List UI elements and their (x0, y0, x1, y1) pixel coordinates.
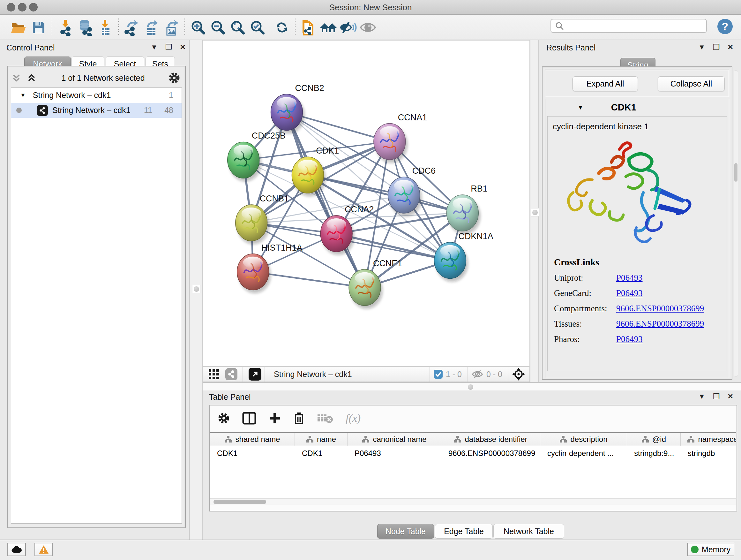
open-session-button[interactable] (9, 18, 29, 37)
gene-collapse-icon[interactable]: ▼ (577, 104, 584, 111)
zoom-in-button[interactable] (188, 18, 208, 37)
panel-menu-icon[interactable]: ▼ (698, 44, 705, 51)
crosslink-link[interactable]: P06493 (616, 334, 643, 344)
tab-network-table[interactable]: Network Table (493, 524, 564, 539)
grid-view-icon[interactable] (207, 368, 220, 381)
network-node-CCNA2[interactable]: CCNA2 (320, 205, 374, 255)
panel-close-icon[interactable]: ✕ (728, 44, 733, 51)
import-network-database-button[interactable] (75, 18, 95, 37)
string-enhance-button[interactable] (338, 18, 358, 37)
gene-section-header[interactable]: ▼ CDK1 (545, 99, 729, 116)
expand-all-button[interactable]: Expand All (572, 76, 638, 91)
column-header-canonical-name[interactable]: canonical name (347, 433, 441, 446)
delete-table-icon[interactable] (317, 413, 333, 424)
import-network-file-button[interactable] (56, 18, 75, 37)
network-node-RB1[interactable]: RB1 (447, 184, 488, 234)
export-image-button[interactable] (161, 18, 181, 37)
crosslink-link[interactable]: 9606.ENSP00000378699 (616, 319, 704, 329)
panel-float-icon[interactable]: ❐ (713, 44, 720, 51)
panel-close-icon[interactable]: ✕ (728, 393, 733, 400)
tab-node-table[interactable]: Node Table (377, 524, 434, 539)
column-header-name[interactable]: name (295, 433, 347, 446)
crosslink-row: Uniprot:P06493 (554, 273, 704, 283)
left-splitter-grip[interactable] (192, 285, 200, 293)
network-row[interactable]: String Network – cdk1 11 48 (11, 103, 182, 118)
network-collection-row[interactable]: ▼ String Network – cdk1 1 (11, 88, 182, 103)
birdseye-navigator-icon[interactable] (512, 367, 526, 381)
refresh-view-button[interactable] (272, 18, 292, 37)
results-scrollbar[interactable] (734, 70, 738, 377)
column-header-database-identifier[interactable]: database identifier (441, 433, 540, 446)
bottom-splitter-grip[interactable] (466, 383, 475, 391)
warning-icon (39, 545, 49, 554)
network-node-HIST1H1A[interactable]: HIST1H1A (237, 243, 302, 294)
panel-menu-icon[interactable]: ▼ (151, 44, 158, 51)
network-node-CCNE1[interactable]: CCNE1 (349, 259, 402, 309)
tree-expand-icon[interactable]: ▼ (20, 92, 26, 99)
expand-all-icon[interactable] (27, 73, 38, 83)
export-network-button[interactable] (122, 18, 142, 37)
memory-button[interactable]: Memory (687, 543, 734, 556)
zoom-selected-button[interactable] (248, 18, 267, 37)
string-protein-query-button[interactable] (299, 18, 319, 37)
zoom-out-button[interactable] (208, 18, 228, 37)
string-home-button[interactable] (319, 18, 338, 37)
table-cell[interactable]: cyclin-dependent ... (540, 447, 627, 460)
collapse-all-button[interactable]: Collapse All (658, 76, 725, 91)
column-header-shared-name[interactable]: shared name (210, 433, 295, 446)
right-splitter[interactable] (530, 40, 539, 382)
search-input[interactable] (564, 20, 706, 32)
collapse-all-icon[interactable] (12, 73, 23, 83)
network-node-CCNB2[interactable]: CCNB2 (271, 83, 324, 134)
network-node-CCNB1[interactable]: CCNB1 (235, 194, 289, 244)
hierarchy-icon (454, 435, 461, 443)
network-node-CCNA1[interactable]: CCNA1 (374, 113, 427, 163)
zoom-fit-button[interactable] (228, 18, 248, 37)
add-column-icon[interactable] (268, 412, 281, 425)
share-view-icon[interactable] (225, 368, 238, 380)
network-node-CDKN1A[interactable]: CDKN1A (434, 232, 493, 282)
table-cell[interactable]: stringdb:9... (627, 447, 681, 460)
show-columns-icon[interactable] (242, 412, 256, 425)
network-canvas[interactable]: CCNB2CCNA1CDC25BCDK1CDC6RB1CCNB1CCNA2CDK… (203, 40, 530, 367)
panel-menu-icon[interactable]: ▼ (698, 393, 705, 400)
right-splitter-grip[interactable] (531, 208, 539, 216)
import-table-file-button[interactable] (95, 18, 115, 37)
table-cell[interactable]: 9606.ENSP00000378699 (441, 447, 540, 460)
table-settings-gear-icon[interactable] (217, 412, 230, 425)
delete-column-icon[interactable] (293, 412, 305, 425)
column-header-description[interactable]: description (540, 433, 627, 446)
table-cell[interactable]: P06493 (347, 447, 441, 460)
gear-icon[interactable] (168, 71, 181, 84)
open-in-new-window-icon[interactable] (249, 368, 261, 381)
table-cell[interactable]: CDK1 (295, 447, 347, 460)
string-network-graph[interactable]: CCNB2CCNA1CDC25BCDK1CDC6RB1CCNB1CCNA2CDK… (203, 41, 529, 366)
selected-checkbox-icon[interactable] (433, 369, 443, 379)
column-header--id[interactable]: @id (627, 433, 681, 446)
crosslink-link[interactable]: 9606.ENSP00000378699 (616, 304, 704, 314)
panel-float-icon[interactable]: ❐ (165, 44, 172, 51)
table-scrollbar-thumb[interactable] (213, 500, 266, 504)
hidden-eye-icon[interactable] (471, 369, 484, 379)
bottom-splitter[interactable] (203, 382, 741, 390)
string-highlight-button[interactable] (358, 18, 378, 37)
panel-close-icon[interactable]: ✕ (180, 44, 186, 51)
tab-edge-table[interactable]: Edge Table (435, 524, 493, 539)
column-header-namespace[interactable]: namespace (681, 433, 736, 446)
results-scrollbar-thumb[interactable] (734, 163, 738, 182)
table-horizontal-scrollbar[interactable] (210, 498, 736, 505)
network-edge-CDK1-RB1[interactable] (308, 175, 462, 213)
table-cell[interactable]: CDK1 (210, 447, 295, 460)
help-button[interactable]: ? (717, 18, 733, 36)
cloud-status-button[interactable] (7, 543, 26, 556)
crosslink-link[interactable]: P06493 (616, 288, 643, 298)
table-data-row[interactable]: CDK1CDK1P064939606.ENSP00000378699cyclin… (210, 447, 736, 460)
export-table-button[interactable] (142, 18, 161, 37)
warnings-button[interactable] (35, 543, 53, 556)
crosslink-link[interactable]: P06493 (616, 273, 643, 283)
table-cell[interactable]: stringdb (681, 447, 736, 460)
left-splitter[interactable] (189, 40, 203, 540)
function-builder-icon[interactable]: f(x) (346, 412, 360, 424)
panel-float-icon[interactable]: ❐ (713, 393, 720, 400)
save-session-button[interactable] (29, 18, 49, 37)
